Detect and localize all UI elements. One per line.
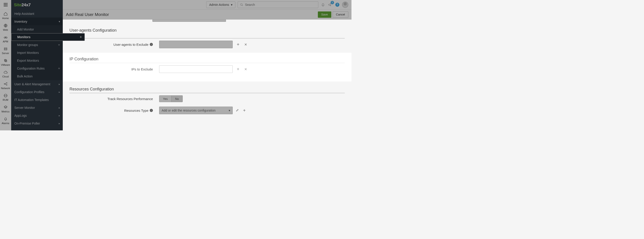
page-header: Add Real User Monitor Save Cancel (63, 10, 352, 20)
sidebar-monitor-groups[interactable]: Monitor groups+ (11, 41, 63, 49)
rail-label: Metrics (2, 110, 10, 113)
sidebar-onprem-poller[interactable]: On-Premise Poller▸ (11, 119, 63, 127)
sidebar-label: Bulk Action (17, 75, 32, 78)
apps-launcher[interactable] (0, 0, 11, 10)
rail-web[interactable]: Web (0, 21, 11, 33)
search-icon (240, 3, 243, 6)
caret-down-icon: ▾ (231, 3, 232, 7)
rail-label: Home (2, 17, 9, 20)
badge: 9 (331, 1, 334, 4)
topbar: Admin Actions▾ 9 ? (63, 0, 352, 10)
brand-logo: Site24x7 (11, 0, 63, 10)
section-ip-config: IP Configuration (70, 57, 345, 62)
toggle-yes[interactable]: Yes (159, 96, 171, 102)
rail-home[interactable]: Home (0, 10, 11, 21)
globe-icon (4, 94, 8, 98)
svg-rect-3 (4, 48, 7, 49)
rail-vmware[interactable]: VMware (0, 56, 11, 68)
add-ip-button[interactable]: + (236, 67, 240, 72)
rail-metrics[interactable]: Metrics (0, 103, 11, 115)
sidebar-server-monitor[interactable]: Server Monitor▸ (11, 104, 63, 112)
sidebar-add-monitor[interactable]: Add Monitor (11, 25, 63, 33)
layers-icon (4, 105, 8, 109)
server-icon (4, 47, 8, 51)
svg-rect-4 (4, 49, 7, 50)
sidebar-it-automation[interactable]: IT Automation Templates (11, 96, 63, 104)
rail-server[interactable]: Server (0, 45, 11, 56)
notifications-bell[interactable] (320, 2, 326, 7)
add-user-agent-button[interactable]: + (236, 42, 240, 47)
bell-icon (4, 117, 8, 121)
caret-right-icon: ▸ (59, 83, 60, 86)
rail-network[interactable]: Network (0, 80, 11, 91)
info-icon[interactable]: i (150, 43, 153, 46)
sidebar-monitors[interactable]: Monitors+ (11, 33, 85, 41)
select-resources-type[interactable]: Add or edit the resources configuration▾ (159, 107, 233, 114)
label-user-agents-exclude: User-agents to Excludei (70, 43, 159, 47)
section-resources-config: Resources Configuration (70, 87, 345, 92)
cloud-icon (4, 70, 8, 74)
rail-label: Web (3, 29, 8, 31)
sidebar-label: Monitors (17, 35, 30, 39)
rail-cloud[interactable]: Cloud (0, 68, 11, 80)
sidebar-configuration-rules[interactable]: Configuration Rules+ (11, 64, 63, 72)
help-button[interactable]: ? (335, 2, 340, 7)
toggle-no[interactable]: No (171, 96, 182, 102)
sidebar-label: User & Alert Management (14, 82, 50, 86)
rail-rum[interactable]: RUM (0, 91, 11, 103)
plus-icon[interactable]: + (80, 35, 82, 39)
binoculars-icon (4, 35, 8, 39)
sidebar-label: Configuration Rules (17, 67, 44, 70)
save-button[interactable]: Save (318, 12, 331, 18)
home-icon (4, 12, 8, 16)
rail-label: RUM (3, 99, 8, 101)
caret-right-icon: ▸ (59, 114, 60, 117)
remove-user-agent-button[interactable]: × (244, 42, 248, 47)
caret-down-icon: ▾ (229, 109, 230, 112)
input-user-agents-exclude[interactable] (159, 41, 233, 48)
sidebar-import-monitors[interactable]: Import Monitors (11, 49, 63, 57)
sidebar-export-monitors[interactable]: Export Monitors (11, 57, 63, 64)
sidebar-inventory[interactable]: Inventory▾ (11, 18, 63, 25)
plus-icon[interactable]: + (58, 43, 60, 47)
prev-input-remnant (152, 20, 226, 22)
svg-rect-6 (5, 60, 7, 62)
cancel-button[interactable]: Cancel (333, 12, 348, 18)
rail-label: VMware (1, 64, 10, 66)
search-box[interactable] (238, 1, 318, 8)
label-track-resources: Track Resources Performance (70, 97, 159, 101)
dropdown-label: Admin Actions (209, 3, 229, 7)
sidebar-label: Inventory (14, 20, 27, 23)
sidebar-applogs[interactable]: AppLogs▸ (11, 112, 63, 119)
pencil-icon (236, 109, 239, 112)
label-resources-type: Resources Typei (70, 109, 159, 112)
caret-down-icon: ▾ (59, 20, 60, 23)
admin-actions-dropdown[interactable]: Admin Actions▾ (206, 1, 235, 8)
announcements[interactable]: 9 (328, 2, 333, 7)
avatar[interactable] (342, 2, 348, 8)
sidebar-bulk-action[interactable]: Bulk Action (11, 72, 63, 80)
caret-right-icon: ▸ (59, 90, 60, 94)
svg-point-11 (240, 4, 242, 6)
add-resources-button[interactable]: + (242, 108, 246, 113)
remove-ip-button[interactable]: × (244, 67, 248, 72)
sidebar-user-alert-mgmt[interactable]: User & Alert Management▸ (11, 80, 63, 88)
stack-icon (4, 59, 8, 63)
info-icon[interactable]: i (150, 109, 153, 112)
rail-label: Alarms (2, 122, 9, 125)
rail-label: APM (3, 40, 8, 43)
rail-alarms[interactable]: Alarms (0, 115, 11, 126)
edit-resources-button[interactable] (236, 109, 239, 112)
sidebar-help-assistant[interactable]: Help Assistant (11, 10, 63, 18)
label-ips-exclude: IPs to Exclude (70, 67, 159, 71)
search-input[interactable] (245, 3, 316, 7)
rail-label: Server (2, 52, 9, 55)
caret-right-icon: ▸ (59, 122, 60, 125)
input-ips-exclude[interactable] (159, 65, 233, 73)
sidebar: Site24x7 Help Assistant Inventory▾ Add M… (11, 0, 63, 130)
sidebar-label: Monitor groups (17, 43, 38, 47)
rail-apm[interactable]: APM (0, 33, 11, 45)
sidebar-config-profiles[interactable]: Configuration Profiles▸ (11, 88, 63, 96)
plus-icon[interactable]: + (58, 66, 60, 71)
section-user-agents: User-agents Configuration (70, 28, 345, 33)
